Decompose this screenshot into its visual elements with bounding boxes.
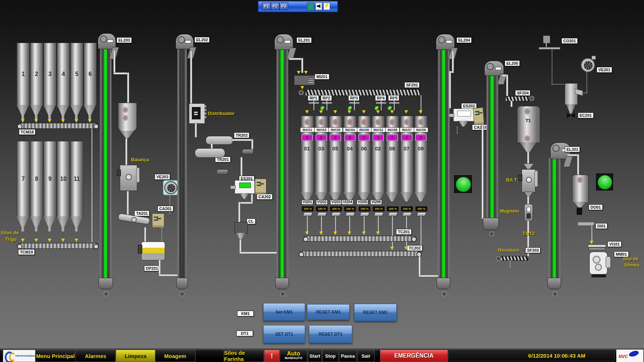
valve-percent[interactable]: 100 % [330,206,342,212]
valve-percent[interactable]: 100 % [401,206,413,212]
valve-icon [387,106,392,110]
inas-value[interactable]: 0 [302,135,313,141]
alarm-ack-button[interactable]: ! [264,350,279,362]
silo-number: 9 [49,176,52,182]
reset-dt1-button[interactable]: RESET DT1 [309,325,352,343]
label-ca202: CA202 [257,194,273,200]
label-el204: EL204 [456,37,472,43]
valve-percent[interactable]: 100 % [415,206,428,212]
device-ca201 [152,213,164,228]
sensor-icon [418,119,424,125]
datetime-display: 6/12/2014 10:06:43 AM [448,350,615,361]
company-logo: carneirocampos [3,350,35,362]
nozzle [242,149,253,154]
start-button[interactable]: Start [308,350,322,362]
silo-number: 3 [49,71,52,77]
conveyor-tc201 [303,236,416,242]
magnet-device [524,204,533,221]
set-km1-button[interactable]: Set KM1 [263,303,305,321]
device-es202 [453,108,475,122]
inas-unit: INAS8 0 08 [386,116,399,203]
tank-tr201 [195,148,225,158]
nav-limpeza[interactable]: Limpeza [116,350,155,362]
label-dp201: DP201 [144,265,160,271]
conveyor-tc202 [299,251,421,257]
label-di01: DI01 [595,223,607,229]
inas-unit: INAS3 0 03 [315,116,328,203]
silo-10: 10 [57,141,70,217]
inas-number: 01 [301,145,313,152]
silo-8: 8 [30,141,43,217]
stop-button[interactable]: Stop [322,350,338,362]
tank-tr202 [206,136,233,145]
sensor-icon [361,119,367,125]
sensor-icon [390,119,396,125]
label-el301: EL301 [565,146,580,152]
label-el205: EL205 [505,60,520,66]
label-ca203: CA203 [472,124,488,130]
page-button-p1[interactable]: P1 [262,3,271,10]
device-dp201 [141,242,165,260]
label-tr202: TR202 [234,132,249,138]
page-button-p3[interactable]: P3 [279,3,288,10]
silo-11: 11 [70,141,83,217]
auto-man-toggle[interactable]: Auto MAN/AUTO [280,350,307,362]
valve-percent[interactable]: 100 % [358,206,371,212]
mill-mm01 [589,252,607,275]
label-residuos: Residuos [498,247,519,253]
sensor-icon [333,119,339,125]
status-lamp [595,173,614,191]
label-vi205: VI205 [357,200,368,205]
nvc-logo: NVC [616,349,644,362]
page-button-p2[interactable]: P2 [271,3,279,10]
device-es201 [235,180,255,194]
inas-unit: INAS6 0 06 [358,116,371,203]
reset-km1-button[interactable]: RESET KM1 [307,304,350,320]
silo-number: 11 [74,176,80,182]
emergencia-button[interactable]: EMERGÊNCIA [380,350,448,362]
valve-percent[interactable]: 100 % [387,206,399,212]
inas-unit: INAS5 0 05 [329,116,342,203]
scada-screen: P1 P2 P3 1 2 3 4 5 6 TCM18 7 8 9 10 11 T… [0,0,644,362]
top-toolbar: P1 P2 P3 [258,1,338,12]
sensor-icon [375,119,382,125]
silo-number: 5 [75,71,79,77]
label-el203: EL203 [117,37,132,43]
silo-number: 1 [22,71,25,77]
pausa-button[interactable]: Pausa [339,350,357,362]
device-cl [235,222,248,234]
speaker-icon[interactable] [315,3,322,10]
valve-percent[interactable]: 100 % [344,206,356,212]
label-sf203: SF203 [525,247,540,253]
mixer-mi201 [294,75,315,85]
valve-percent[interactable]: 100 % [302,206,314,212]
sair-button[interactable]: Sair [357,350,375,362]
nav-menu-principal[interactable]: Menu Principal [35,350,76,362]
device-ca203 [473,107,484,125]
valve-icon [320,106,325,110]
set-dt1-button[interactable]: SET DT1 [263,325,305,343]
reset-km1-button-2[interactable]: RESET KM1 [354,304,397,321]
nav-alarmes[interactable]: Alarmes [75,350,116,362]
valve-percent[interactable]: 100 % [372,206,385,212]
label-cl: CL [247,218,256,224]
inas-unit: INAS2 0 02 [372,116,385,203]
label-tc201: TC201 [396,229,412,235]
label-km1: KM1 [237,311,254,316]
inas-unit: INAS7 0 07 [400,116,413,203]
nav-moagem[interactable]: Moagem [155,350,195,362]
scale-device [120,165,137,191]
nvc-text: NVC [619,354,628,359]
label-silos-de-trigo: Silos de [1,230,19,235]
valve-percent[interactable]: 100 % [316,206,328,212]
label-vi201: VI201 [302,200,313,205]
lightning-icon[interactable] [323,3,330,10]
label-sf201: SF201 [404,82,420,88]
nav-silos-de-farinha[interactable]: Silos de Farinha [224,350,264,362]
inas-tag: INAS1 [300,127,315,132]
label-ec201: EC201 [578,112,594,118]
valve-icon [348,106,352,110]
label-ve201: VE201 [597,67,612,73]
silo-4: 4 [57,43,70,106]
logo-text: carneirocampos [15,354,35,357]
